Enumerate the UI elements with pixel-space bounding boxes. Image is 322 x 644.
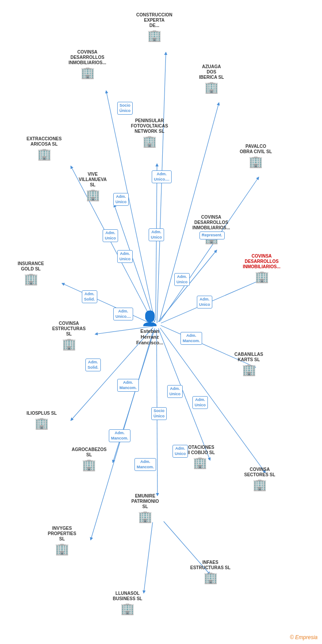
building-icon: 🏢 xyxy=(34,417,49,429)
badge-socio-unico-1[interactable]: Socio Único xyxy=(117,102,133,115)
node-covinsa-sec: COVINSA SECTORES SL 🏢 xyxy=(244,467,275,490)
node-emunire: EMUNIRE PATRIMONIO SL 🏢 xyxy=(131,494,159,522)
building-icon: 🏢 xyxy=(138,511,152,522)
node-covinsa-des1: COVINSA DESARROLLOS INMOBILIARIOS... 🏢 xyxy=(69,50,106,78)
badge-represent[interactable]: Represent. xyxy=(199,231,225,239)
svg-line-2 xyxy=(159,103,219,322)
badge-adm-unico-covinsa[interactable]: Adm.Unico.... xyxy=(113,308,133,320)
svg-line-15 xyxy=(158,328,210,460)
badge-adm-mancom-1[interactable]: Adm.Mancom. xyxy=(180,332,202,345)
badge-adm-mancom-3[interactable]: Adm.Mancom. xyxy=(109,429,130,442)
node-person[interactable]: 👤 Esteban Herranz Francisco... xyxy=(136,310,163,347)
watermark: © Empresia xyxy=(290,634,318,640)
node-agrocabezos: AGROCABEZOS SL 🏢 xyxy=(72,447,107,470)
svg-line-6 xyxy=(114,204,154,322)
svg-line-0 xyxy=(157,52,166,323)
building-icon-red: 🏢 xyxy=(255,271,269,282)
node-extracciones: EXTRACCIONES ARICOSA SL 🏢 xyxy=(27,136,61,160)
badge-socio-unico-2[interactable]: SocioÚnico xyxy=(151,407,167,420)
node-llunasol: LLUNASOL BUSINESS SL 🏢 xyxy=(113,591,142,614)
badge-adm-mancom-2[interactable]: Adm.Mancom. xyxy=(117,379,139,392)
node-infaes: INFAES ESTRUCTURAS SL 🏢 xyxy=(190,560,230,583)
badge-adm-unico-7[interactable]: Adm.Unico xyxy=(197,296,212,309)
node-construccion: CONSTRUCCION EXPERTA DE... 🏢 xyxy=(136,12,172,41)
node-peninsular: PENINSULAR FOTOVOLTAICAS NETWORK SL 🏢 xyxy=(131,118,168,147)
building-icon: 🏢 xyxy=(203,572,218,583)
svg-line-20 xyxy=(144,522,153,593)
node-pavalco: PAVALCO OBRA CIVIL SL 🏢 xyxy=(240,144,272,167)
building-icon: 🏢 xyxy=(55,543,69,555)
building-icon: 🏢 xyxy=(120,603,134,614)
node-lotaciones: LOTACIONES MI COBIJO SL 🏢 xyxy=(185,445,215,468)
badge-adm-solid-1[interactable]: Adm.Solid. xyxy=(82,290,97,303)
badge-adm-unico-vive[interactable]: Adm.Unico xyxy=(113,193,129,206)
svg-line-14 xyxy=(113,328,155,463)
building-icon: 🏢 xyxy=(193,457,207,468)
badge-adm-unico-3[interactable]: Adm.Unico xyxy=(103,229,118,242)
badge-adm-unico-pens[interactable]: Adm.Unico.... xyxy=(152,170,172,183)
building-icon: 🏢 xyxy=(86,189,100,201)
building-icon: 🏢 xyxy=(82,459,96,470)
building-icon: 🏢 xyxy=(62,338,76,350)
building-icon: 🏢 xyxy=(80,67,95,78)
node-iliosplus: ILIOSPLUS SL 🏢 xyxy=(27,411,57,429)
svg-line-4 xyxy=(156,164,157,320)
building-icon: 🏢 xyxy=(249,156,263,167)
building-icon: 🏢 xyxy=(37,148,51,160)
badge-adm-solid-2[interactable]: Adm.Solid. xyxy=(85,359,101,371)
node-invyges: INVYGES PROPERTIES SL 🏢 xyxy=(48,526,76,555)
badge-adm-mancom-4[interactable]: Adm.Mancom. xyxy=(134,458,156,471)
node-vive: VIVE VILLANUEVA SL 🏢 xyxy=(79,172,107,201)
node-cabanillas: CABANILLAS KARTS SL 🏢 xyxy=(234,352,263,375)
person-icon: 👤 xyxy=(141,310,159,327)
badge-adm-unico-5[interactable]: Adm.Unico xyxy=(117,250,133,263)
building-icon: 🏢 xyxy=(24,273,38,285)
node-covinsa-des3: COVINSA DESARROLLOS INMOBILIARIOS... 🏢 xyxy=(243,254,280,282)
node-insurance: INSURANCE GOLD SL 🏢 xyxy=(18,261,44,285)
badge-adm-unico-4[interactable]: Adm.Unico xyxy=(149,228,164,241)
node-azuaga: AZUAGA DOS IBERICA SL 🏢 xyxy=(199,64,224,93)
building-icon: 🏢 xyxy=(147,30,161,41)
network-diagram: CONSTRUCCION EXPERTA DE... 🏢 COVINSA DES… xyxy=(0,0,322,644)
badge-adm-unico-9[interactable]: Adm.Unico xyxy=(192,396,208,409)
building-icon: 🏢 xyxy=(204,81,218,93)
building-icon: 🏢 xyxy=(242,364,256,375)
badge-adm-unico-10[interactable]: Adm.Unico xyxy=(172,445,188,458)
badge-adm-unico-8[interactable]: Adm.Unico xyxy=(167,385,183,398)
badge-adm-unico-6[interactable]: Adm.Unico xyxy=(174,273,190,286)
building-icon: 🏢 xyxy=(142,135,157,147)
node-covinsa-estr: COVINSA ESTRUCTURAS SL 🏢 xyxy=(52,321,86,350)
building-icon: 🏢 xyxy=(253,479,267,490)
